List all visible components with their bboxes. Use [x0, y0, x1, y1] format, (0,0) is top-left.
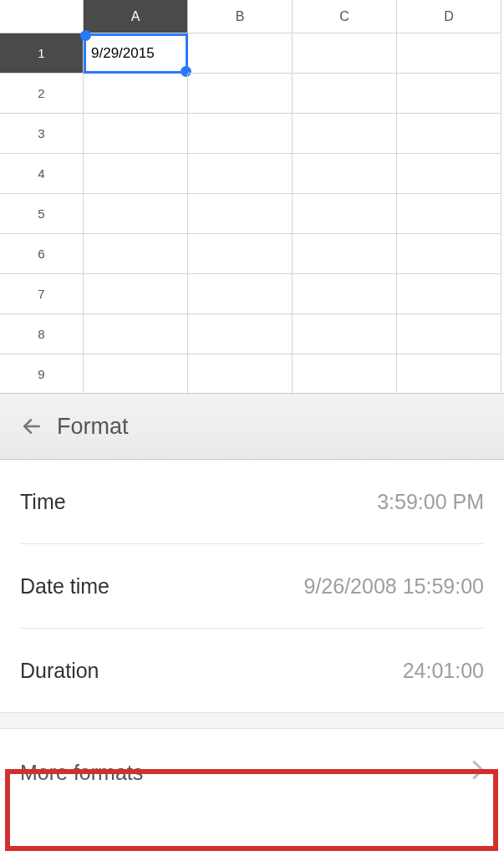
- section-gap: [0, 712, 504, 729]
- row-header-2[interactable]: 2: [0, 74, 84, 114]
- more-formats-button[interactable]: More formats: [0, 729, 504, 816]
- format-value: 9/26/2008 15:59:00: [304, 574, 484, 599]
- cell-d9[interactable]: [397, 354, 501, 393]
- grid-corner[interactable]: [0, 0, 84, 33]
- cell-c2[interactable]: [293, 74, 397, 114]
- row-header-9[interactable]: 9: [0, 354, 84, 393]
- cell-a8[interactable]: [84, 314, 188, 354]
- row-header-4[interactable]: 4: [0, 154, 84, 194]
- more-formats-label: More formats: [20, 761, 143, 785]
- cell-b8[interactable]: [188, 314, 293, 354]
- cell-d1[interactable]: [397, 33, 501, 74]
- format-label: Date time: [20, 574, 109, 599]
- chevron-right-icon: [472, 761, 484, 784]
- cell-a1[interactable]: 9/29/2015: [84, 33, 188, 74]
- format-label: Time: [20, 490, 66, 514]
- cell-d7[interactable]: [397, 274, 501, 314]
- row-header-8[interactable]: 8: [0, 314, 84, 354]
- cell-b4[interactable]: [188, 154, 293, 194]
- cell-b3[interactable]: [188, 114, 293, 154]
- cell-b5[interactable]: [188, 194, 293, 234]
- cell-c3[interactable]: [293, 114, 397, 154]
- arrow-left-icon: [21, 415, 43, 437]
- cell-b7[interactable]: [188, 274, 293, 314]
- row-header-5[interactable]: 5: [0, 194, 84, 234]
- format-value: 3:59:00 PM: [377, 490, 484, 514]
- cell-c9[interactable]: [293, 354, 397, 393]
- row-header-3[interactable]: 3: [0, 114, 84, 154]
- cell-d4[interactable]: [397, 154, 501, 194]
- cell-b6[interactable]: [188, 234, 293, 274]
- cells-area: 9/29/2015: [84, 33, 501, 393]
- cell-c7[interactable]: [293, 274, 397, 314]
- format-option-time[interactable]: Time 3:59:00 PM: [0, 460, 504, 543]
- format-panel-header: Format: [0, 393, 504, 460]
- selection-handle-top-left[interactable]: [80, 30, 91, 41]
- column-header-c[interactable]: C: [293, 0, 397, 33]
- cell-d3[interactable]: [397, 114, 501, 154]
- format-label: Duration: [20, 659, 99, 683]
- column-header-d[interactable]: D: [397, 0, 501, 33]
- cell-a3[interactable]: [84, 114, 188, 154]
- cell-c4[interactable]: [293, 154, 397, 194]
- cell-a5[interactable]: [84, 194, 188, 234]
- row-headers-column: 1 2 3 4 5 6 7 8 9: [0, 33, 84, 393]
- cell-d6[interactable]: [397, 234, 501, 274]
- cell-b2[interactable]: [188, 74, 293, 114]
- row-header-6[interactable]: 6: [0, 234, 84, 274]
- format-option-duration[interactable]: Duration 24:01:00: [0, 629, 504, 712]
- cell-value: 9/29/2015: [91, 45, 155, 62]
- cell-a2[interactable]: [84, 74, 188, 114]
- cell-d8[interactable]: [397, 314, 501, 354]
- cell-a9[interactable]: [84, 354, 188, 393]
- spreadsheet-grid: A B C D 1 2 3 4 5 6 7 8 9 9/29/2015: [0, 0, 504, 393]
- cell-a6[interactable]: [84, 234, 188, 274]
- cell-c6[interactable]: [293, 234, 397, 274]
- format-option-date-time[interactable]: Date time 9/26/2008 15:59:00: [0, 544, 504, 628]
- row-header-1[interactable]: 1: [0, 33, 84, 74]
- cell-d2[interactable]: [397, 74, 501, 114]
- column-headers-row: A B C D: [0, 0, 504, 33]
- back-button[interactable]: [15, 410, 48, 443]
- column-header-b[interactable]: B: [188, 0, 293, 33]
- panel-title: Format: [57, 414, 129, 440]
- row-header-7[interactable]: 7: [0, 274, 84, 314]
- cell-c5[interactable]: [293, 194, 397, 234]
- column-header-a[interactable]: A: [84, 0, 188, 33]
- format-options-list: Time 3:59:00 PM Date time 9/26/2008 15:5…: [0, 460, 504, 712]
- cell-b1[interactable]: [188, 33, 293, 74]
- cell-d5[interactable]: [397, 194, 501, 234]
- cell-c1[interactable]: [293, 33, 397, 74]
- cell-a7[interactable]: [84, 274, 188, 314]
- cell-b9[interactable]: [188, 354, 293, 393]
- cell-a4[interactable]: [84, 154, 188, 194]
- format-value: 24:01:00: [403, 659, 484, 683]
- cell-c8[interactable]: [293, 314, 397, 354]
